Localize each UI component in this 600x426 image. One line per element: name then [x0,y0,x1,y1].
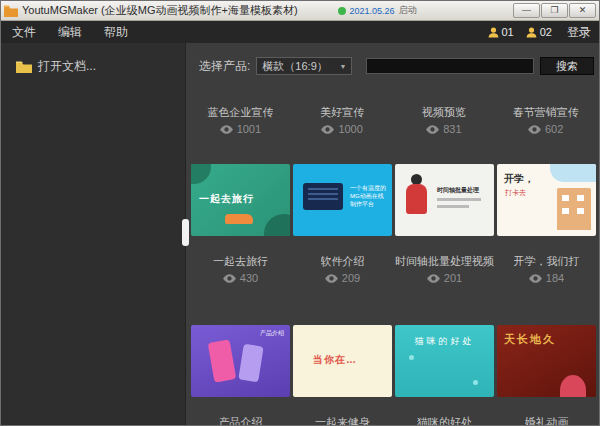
thumbnail-text: 时间轴批量处理 [437,186,479,195]
thumbnail-text: 一起去旅行 [199,192,254,206]
template-title: 春节营销宣传 [513,105,579,120]
sidebar: 打开文档... [1,43,186,425]
dot-decoration [473,380,478,385]
person-illustration [406,184,427,214]
template-thumbnail[interactable]: 猫咪的好处 [395,325,494,397]
template-title: 美好宣传 [320,105,364,120]
template-thumbnail[interactable]: 天长地久 [497,325,596,397]
product-select[interactable]: 横款（16:9） ▼ [256,57,352,75]
thumbnail-text: 当你在… [313,353,357,367]
template-card: 猫咪的好处 猫咪的好处 1998 [395,325,494,426]
support-account-2[interactable]: 02 [525,26,552,39]
template-card[interactable]: 蓝色企业宣传 1001 [191,87,290,135]
app-icon [4,5,18,17]
thumbnail-subtext: 打卡去 [505,188,526,198]
view-count-value: 602 [545,123,563,135]
template-card: 时间轴批量处理 时间轴批量处理视频 201 [395,164,494,284]
view-count: 831 [426,123,461,135]
thumbnail-text: 一个有温度的 MG动画在线 制作平台 [350,184,386,208]
window-title: YoutuMGMaker (企业级MG动画视频制作+海量模板素材) [22,3,298,18]
window-titlebar: YoutuMGMaker (企业级MG动画视频制作+海量模板素材) 2021.0… [1,1,599,21]
template-browser: 选择产品: 横款（16:9） ▼ 搜索 蓝色企业宣传 1001 美好宣传 100… [187,43,599,425]
eye-icon [529,274,542,283]
eye-icon [427,274,440,283]
login-button[interactable]: 登录 [567,24,591,41]
template-title: 时间轴批量处理视频 [395,254,494,269]
menu-help[interactable]: 帮助 [93,21,139,43]
view-count-value: 1000 [338,123,362,135]
template-card: 天长地久 婚礼动画 1971 [497,325,596,426]
view-count: 602 [528,123,563,135]
eye-icon [325,274,338,283]
car-illustration [225,214,253,224]
view-count: 430 [223,272,258,284]
template-card: 一个有温度的 MG动画在线 制作平台 软件介绍 209 [293,164,392,284]
template-card[interactable]: 春节营销宣传 602 [496,87,595,135]
template-card: 产品介绍 产品介绍 160 [191,325,290,426]
text-bar-decoration [437,205,469,208]
template-card[interactable]: 美好宣传 1000 [293,87,392,135]
template-title: 一起去旅行 [213,254,268,269]
eye-icon [528,125,541,134]
filter-toolbar: 选择产品: 横款（16:9） ▼ 搜索 [199,56,594,76]
maximize-button[interactable]: ❐ [541,3,568,18]
template-title: 蓝色企业宣传 [207,105,273,120]
view-count-value: 209 [342,272,360,284]
eye-icon [426,125,439,134]
status-dot-icon [338,7,346,15]
thumbnail-text: 产品介绍 [260,329,284,338]
close-button[interactable]: ✕ [569,3,596,18]
template-title: 猫咪的好处 [417,415,472,426]
person-icon [525,26,538,39]
search-button[interactable]: 搜索 [540,57,594,75]
product-select-value: 横款（16:9） [262,59,327,74]
view-count-value: 184 [546,272,564,284]
template-thumbnail[interactable]: 当你在… [293,325,392,397]
menu-right-area: 01 02 登录 [479,24,600,41]
dot-decoration [409,355,414,360]
view-count-value: 831 [443,123,461,135]
status-date: 2021.05.26 [350,6,395,16]
product-filter-label: 选择产品: [199,58,250,75]
titlebar-status: 2021.05.26 启动 [338,4,417,17]
building-illustration [557,188,591,230]
template-thumbnail[interactable]: 一个有温度的 MG动画在线 制作平台 [293,164,392,236]
template-card: 开学， 打卡去 开学，我们打 184 [497,164,596,284]
menu-edit[interactable]: 编辑 [47,21,93,43]
status-run-label: 启动 [399,4,417,17]
open-document-label: 打开文档... [38,58,96,75]
menu-bar: 文件 编辑 帮助 01 02 登录 [1,21,599,43]
leaf-decoration [191,164,211,184]
window-controls: — ❐ ✕ [513,3,596,18]
support-account-1[interactable]: 01 [487,26,514,39]
thumbnail-text: 开学， [504,172,534,186]
menu-file[interactable]: 文件 [1,21,47,43]
template-thumbnail[interactable]: 一起去旅行 [191,164,290,236]
leaf-decoration [264,214,290,236]
view-count: 201 [427,272,462,284]
template-thumbnail[interactable]: 产品介绍 [191,325,290,397]
template-row: 产品介绍 产品介绍 160 当你在… 一起来健身 2000 [191,325,595,426]
view-count: 1001 [220,123,261,135]
search-input[interactable] [366,58,534,74]
template-thumbnail[interactable]: 时间轴批量处理 [395,164,494,236]
template-thumbnail[interactable]: 开学， 打卡去 [497,164,596,236]
phone-illustration [208,339,237,382]
template-title: 产品介绍 [219,415,263,426]
eye-icon [223,274,236,283]
scrollbar-handle[interactable] [182,219,189,246]
folder-icon [16,61,32,73]
figure-illustration [560,375,586,397]
view-count: 1000 [321,123,362,135]
template-card[interactable]: 视频预览 831 [395,87,494,135]
template-row-partial: 蓝色企业宣传 1001 美好宣传 1000 视频预览 831 [191,87,595,135]
support-account-1-label: 01 [502,26,514,38]
template-card: 一起去旅行 一起去旅行 430 [191,164,290,284]
minimize-button[interactable]: — [513,3,540,18]
template-title: 婚礼动画 [525,415,569,426]
template-title: 软件介绍 [321,254,365,269]
view-count-value: 1001 [237,123,261,135]
open-document-button[interactable]: 打开文档... [16,58,96,75]
text-bar-decoration [437,198,481,201]
view-count-value: 430 [240,272,258,284]
